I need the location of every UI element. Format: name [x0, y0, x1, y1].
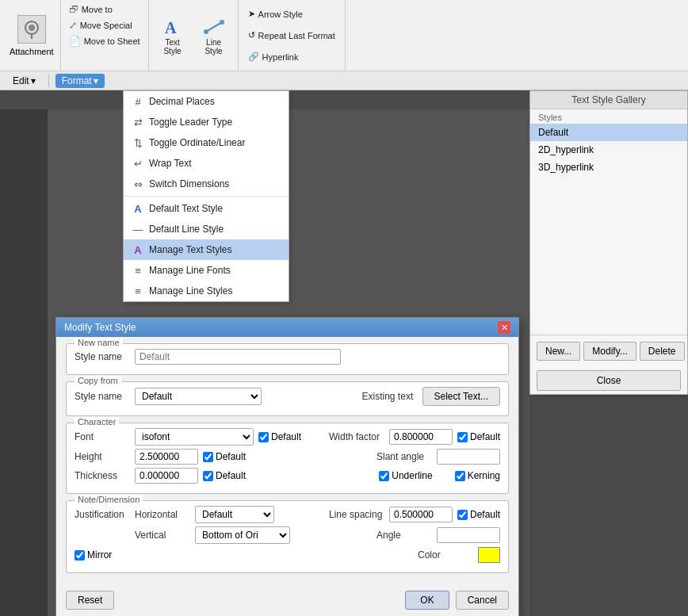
underline-label: Underline: [392, 470, 432, 481]
section-note-dimension: Note/Dimension Justification Horizontal …: [66, 500, 509, 573]
dialog-body: New name Style name Copy from Style name…: [56, 337, 518, 586]
horizontal-label: Horizontal: [135, 509, 190, 520]
default-spacing-label: Default: [470, 509, 500, 520]
font-label: Font: [75, 431, 130, 442]
slant-angle-input[interactable]: [437, 449, 500, 465]
style-name-label-copy: Style name: [75, 391, 130, 402]
default-thickness-label: Default: [216, 470, 246, 481]
section-character: Character Font isofont Default Width fac…: [66, 423, 509, 494]
copy-from-select[interactable]: Default: [135, 388, 262, 405]
underline-checkbox[interactable]: [379, 471, 389, 481]
style-name-input-new[interactable]: [135, 349, 341, 365]
mirror-checkbox[interactable]: [75, 550, 85, 561]
justification-label: Justification: [75, 509, 130, 520]
default-width-cb-row: Default: [457, 431, 500, 442]
section-new-name: New name Style name: [66, 343, 509, 375]
default-spacing-checkbox[interactable]: [457, 510, 468, 520]
width-factor-input[interactable]: [389, 429, 453, 445]
mirror-color-row: Mirror Color: [75, 547, 500, 563]
ok-btn[interactable]: OK: [405, 591, 449, 610]
copy-from-row: Style name Default Existing text Select …: [75, 387, 500, 406]
default-height-cb-row: Default: [203, 451, 246, 462]
angle-input[interactable]: [437, 527, 500, 543]
slant-angle-label: Slant angle: [376, 451, 432, 462]
section-copy-from: Copy from Style name Default Existing te…: [66, 381, 509, 416]
vertical-row: Vertical Bottom of Ori Angle: [75, 526, 500, 544]
default-font-checkbox[interactable]: [258, 432, 269, 442]
section-note-dim-label: Note/Dimension: [75, 495, 143, 504]
justification-row: Justification Horizontal Default Line sp…: [75, 506, 500, 523]
horizontal-select[interactable]: Default: [195, 506, 274, 523]
dialog-title: Modify Text Style: [64, 322, 136, 333]
mirror-cb-row: Mirror: [75, 549, 112, 561]
modify-text-style-dialog: Modify Text Style ✕ New name Style name …: [55, 317, 519, 616]
thickness-label: Thickness: [75, 470, 130, 481]
vertical-select[interactable]: Bottom of Ori: [195, 526, 290, 544]
line-spacing-input[interactable]: [389, 507, 453, 522]
dialog-overlay: Modify Text Style ✕ New name Style name …: [0, 0, 688, 616]
default-thickness-checkbox[interactable]: [203, 471, 213, 481]
angle-label: Angle: [376, 530, 432, 541]
cancel-btn[interactable]: Cancel: [456, 591, 509, 610]
footer-left: Reset: [66, 591, 399, 610]
height-label: Height: [75, 451, 130, 462]
thickness-row: Thickness Default Underline Kerning: [75, 468, 500, 484]
section-character-label: Character: [75, 417, 119, 427]
existing-text-label: Existing text: [362, 391, 418, 402]
font-select[interactable]: isofont: [135, 428, 254, 446]
new-name-row: Style name: [75, 349, 500, 365]
underline-cb-row: Underline: [379, 470, 432, 481]
dialog-titlebar: Modify Text Style ✕: [56, 318, 518, 337]
default-font-cb-row: Default: [258, 431, 301, 442]
dialog-footer: Reset OK Cancel: [56, 586, 518, 616]
default-width-label: Default: [470, 431, 500, 442]
default-height-label: Default: [216, 451, 246, 462]
width-factor-label: Width factor: [329, 431, 384, 442]
dialog-close-btn[interactable]: ✕: [498, 321, 510, 334]
color-swatch[interactable]: [478, 547, 500, 563]
reset-btn[interactable]: Reset: [66, 591, 114, 610]
kerning-cb-row: Kerning: [455, 470, 500, 481]
font-row: Font isofont Default Width factor Defaul…: [75, 428, 500, 446]
default-font-label: Default: [271, 431, 301, 442]
color-label: Color: [418, 549, 473, 561]
select-text-btn[interactable]: Select Text...: [422, 387, 500, 406]
kerning-label: Kerning: [468, 470, 500, 481]
height-row: Height Default Slant angle: [75, 449, 500, 465]
thickness-input[interactable]: [135, 468, 198, 484]
section-copy-from-label: Copy from: [75, 376, 121, 385]
dialog-close-icon: ✕: [501, 323, 508, 333]
vertical-label: Vertical: [135, 530, 190, 541]
height-input[interactable]: [135, 449, 198, 465]
section-new-name-label: New name: [75, 338, 123, 347]
default-width-checkbox[interactable]: [457, 432, 468, 442]
default-thickness-cb-row: Default: [203, 470, 246, 481]
default-height-checkbox[interactable]: [203, 452, 213, 462]
line-spacing-label: Line spacing: [329, 509, 384, 520]
kerning-checkbox[interactable]: [455, 471, 465, 481]
mirror-label: Mirror: [87, 549, 112, 561]
default-spacing-cb-row: Default: [457, 509, 500, 520]
style-name-label-new: Style name: [75, 351, 130, 362]
